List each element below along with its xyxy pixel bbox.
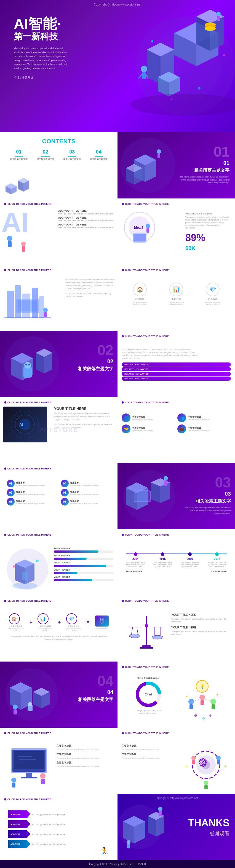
section04-title: 相关段落主题文字	[78, 697, 113, 703]
svg-text:★: ★	[224, 765, 227, 769]
svg-rect-96	[22, 572, 28, 580]
tl-point-3: 2016 Your header text here your header t…	[180, 552, 199, 567]
arrow-desc-3: Your title goes here your title goes her…	[32, 833, 66, 835]
svg-point-173	[158, 807, 163, 811]
eq-result-item: 主要文字 The description.	[95, 616, 109, 629]
thanks-title: THANKS	[188, 817, 230, 829]
row-6: CLICK TO ADD YOUR TITLE IN HERE AI PPTST…	[0, 397, 235, 463]
svg-text:★: ★	[216, 693, 219, 697]
comp-desc-1: The spring and autumn period and the vis…	[57, 749, 113, 751]
if1-title: 主要文字标题	[132, 416, 153, 419]
svg-point-89	[164, 476, 168, 480]
people-gear-content: 主要文字标题 The spring and autumn period and …	[122, 743, 231, 790]
eq-plus-2: +	[58, 620, 61, 625]
thanks-text-block: THANKS 感谢观看	[188, 817, 230, 837]
arrow-desc-4: Your title goes here your title goes her…	[32, 843, 66, 845]
eq-item-3: 💎 主要文字标题 The description as a catalog.	[66, 613, 81, 631]
contents-line-1	[14, 156, 23, 157]
svg-point-45	[21, 242, 26, 246]
computer-text: 主要文字标题 The spring and autumn period and …	[57, 743, 113, 790]
step-circle-3: 03	[7, 498, 14, 505]
click-dot-10b	[122, 666, 124, 668]
eq-circle-2: 📊	[37, 613, 49, 624]
click-header-9a: CLICK TO ADD YOUR TITLE IN HERE	[4, 599, 113, 602]
pct-block: RELATED KEY WORDS The spring and autumn …	[185, 212, 230, 251]
svg-text:★: ★	[186, 695, 188, 698]
arrow-label-2: ADD TEXT	[10, 823, 20, 825]
step-text-6: 标题名称 The description as a catalog or sub…	[70, 499, 99, 504]
click-header-9b: CLICK TO ADD YOUR TITLE IN HERE	[122, 599, 231, 602]
svg-rect-149	[12, 782, 16, 787]
section01-desc: The spring and autumn period and the vis…	[180, 176, 230, 184]
step-desc-1: The description as a catalog or subtext.	[16, 484, 45, 486]
contents-num-3: 03	[59, 149, 86, 155]
bar-fill-5	[54, 579, 92, 581]
section01-illustration	[117, 132, 178, 198]
row-3: CLICK TO ADD YOUR TITLE IN HERE AI ADD Y…	[0, 198, 235, 265]
icon-label-1: 标题名称	[136, 298, 144, 301]
svg-point-62	[43, 308, 48, 312]
slide-ai-text: CLICK TO ADD YOUR TITLE IN HERE AI ADD Y…	[0, 198, 117, 265]
arrow-4: ADD TEXT	[8, 840, 30, 848]
scales-desc-left: The spring and autumn period and the vis…	[171, 618, 228, 623]
computer-illustration	[4, 743, 54, 790]
eq-desc-2: The description as a catalog.	[37, 628, 53, 631]
section03-desc: The spring and autumn period and the vis…	[184, 506, 231, 515]
hero-title-ai: AI智能·	[14, 17, 69, 31]
photo-desc2: To customers as the benchmark, with wisd…	[54, 424, 115, 429]
step-title-6: 标题名称	[70, 499, 99, 502]
click-header-12a: CLICK TO ADD YOUR TITLE IN HERE	[4, 798, 113, 801]
pg-title-2: 主要文字标题	[122, 752, 179, 756]
chart-label-2: YOUR HEADER	[54, 554, 113, 557]
section01-num: 01	[180, 160, 230, 166]
arrow-row-3: ADD TEXT Your title goes here your title…	[8, 830, 109, 838]
section03-title-block: 03 03 相关段落主题文字 The spring and autumn per…	[184, 474, 231, 515]
section02-title-block: 02 02 相关段落主题文字	[78, 342, 113, 372]
pct-89: 89%	[185, 232, 230, 244]
svg-rect-159	[192, 760, 195, 764]
step-col-2: 04 标题名称 The description as a catalog or …	[61, 478, 111, 507]
icon-box-diamond: 💎	[206, 282, 219, 296]
arrow-row-4: ADD TEXT Your title goes here your title…	[8, 840, 109, 848]
click-header-7a: CLICK TO ADD YOUR TITLE IN HERE	[4, 467, 113, 470]
tl-desc-3: Your header text here your header text h…	[180, 562, 199, 567]
click-dot-9b	[122, 600, 124, 602]
icon-feature-2: 👥 主要文字标题 The description as a catalog.	[177, 413, 231, 422]
slide-keywords: CLICK TO ADD YOUR TITLE IN HERE The spri…	[117, 331, 235, 397]
three-icon-row-4b: 🏠 标题名称 The description as a catalog or s…	[122, 282, 231, 305]
svg-point-117	[13, 705, 18, 710]
svg-rect-133	[211, 704, 215, 709]
if2-icon: 👥	[177, 413, 186, 422]
svg-rect-46	[22, 246, 25, 252]
contents-text-1: 相关段落主题文字	[5, 158, 32, 161]
svg-point-130	[199, 694, 205, 700]
svg-point-162	[204, 781, 208, 785]
row-9: CLICK TO ADD YOUR TITLE IN HERE 🏠 主要文字标题…	[0, 595, 235, 661]
slide-contents: CONTENTS 01 相关段落主题文字 02 相关段落主题文字 03 相关段落…	[0, 132, 117, 198]
chart-label-1: YOUR HEADER	[54, 547, 113, 550]
pg-text-left: 主要文字标题 The spring and autumn period and …	[122, 743, 179, 790]
svg-rect-59	[4, 317, 51, 318]
tl-dot-1	[134, 552, 137, 556]
add-body-3a: Your Title Goes Here Your Title Goes Her…	[58, 213, 113, 215]
bar-5	[54, 579, 113, 581]
svg-rect-120	[28, 702, 32, 706]
slide-arrows-flow: CLICK TO ADD YOUR TITLE IN HERE ADD TEXT…	[0, 794, 117, 860]
svg-point-175	[126, 840, 130, 844]
photo-title: YOUR TITLE HERE	[54, 407, 115, 411]
slide-icons-features: CLICK TO ADD YOUR TITLE IN HERE 🏠 标题名称 T…	[117, 265, 235, 331]
city-text-right: The spring and autumn period and the vis…	[65, 278, 115, 298]
eq-item-2: 📊 主要文字标题 The description as a catalog.	[37, 613, 53, 631]
step-text-5: 标题名称 The description as a catalog or sub…	[70, 490, 99, 495]
svg-rect-176	[127, 844, 130, 848]
bar-fill-1	[54, 551, 98, 553]
if2-desc: The description as a catalog.	[188, 419, 209, 421]
server-illustration	[4, 545, 51, 594]
section04-bg-num: 04	[78, 673, 113, 689]
step-row-5: 05 标题名称 The description as a catalog or …	[61, 489, 111, 496]
step-circle-5: 05	[61, 489, 69, 496]
step-row-2: 02 标题名称 The description as a catalog or …	[7, 489, 57, 496]
svg-rect-118	[13, 710, 17, 714]
bar-3	[54, 565, 113, 567]
step-desc-5: The description as a catalog or subtext.	[70, 493, 99, 495]
